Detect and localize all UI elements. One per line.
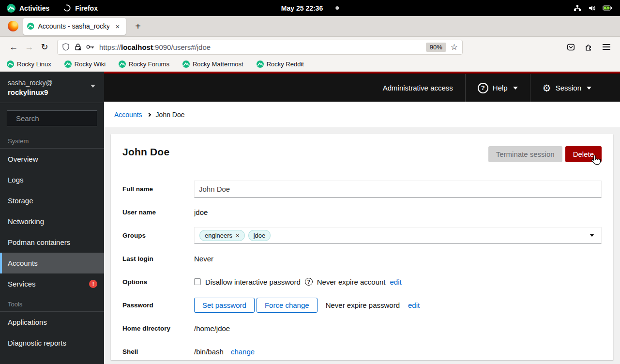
disallow-password-checkbox[interactable] [194,278,201,285]
bookmarks-bar: Rocky Linux Rocky Wiki Rocky Forums Rock… [0,57,620,72]
bookmark-rocky-mattermost[interactable]: Rocky Mattermost [182,61,243,68]
never-expire-account-text: Never expire account [317,278,386,286]
nav-section-tools: Tools [8,301,96,308]
chevron-down-icon [91,85,95,88]
alert-badge-icon: ! [89,280,97,288]
chevron-down-icon[interactable] [590,234,594,237]
password-label: Password [122,302,194,309]
full-name-input[interactable] [194,181,602,197]
forward-button[interactable]: → [21,39,37,55]
full-name-label: Full name [122,185,194,193]
cockpit-sidebar: sasha_rocky@ rockylinux9 System Overview… [0,72,104,364]
groups-select[interactable]: engineers × jdoe [194,227,602,243]
user-name-label: User name [122,209,194,216]
help-question-icon[interactable]: ? [305,278,313,286]
browser-tab[interactable]: Accounts - sasha_rocky@ × [23,18,126,35]
firefox-view-icon[interactable] [8,21,18,31]
remove-chip-icon[interactable]: × [236,232,240,239]
disallow-password-label: Disallow interactive password [205,278,301,286]
account-detail-card: John Doe Terminate session Delete Full n… [111,134,613,360]
search-input[interactable] [16,114,104,122]
host-switcher[interactable]: sasha_rocky@ rockylinux9 [0,72,104,103]
breadcrumb-accounts-link[interactable]: Accounts [114,111,142,119]
breadcrumb-current: John Doe [156,111,185,119]
set-password-button[interactable]: Set password [194,298,255,313]
clock[interactable]: May 25 22:36 [281,4,323,12]
nav-section-system: System [8,137,96,145]
bookmark-star-icon[interactable]: ☆ [451,42,458,52]
activities-button[interactable]: Activities [7,4,49,13]
home-directory-value: /home/jdoe [194,324,602,333]
page-title: John Doe [122,146,169,158]
menu-hamburger-icon[interactable] [599,39,614,55]
back-button[interactable]: ← [6,39,21,55]
groups-label: Groups [122,232,194,239]
help-question-icon: ? [478,83,488,93]
sidebar-item-accounts[interactable]: Accounts [0,253,104,273]
chevron-right-icon [147,112,151,116]
group-chip-jdoe: jdoe [248,230,271,241]
reload-button[interactable]: ↻ [37,39,52,55]
lock-warning-icon[interactable] [74,43,82,51]
volume-icon [588,4,596,12]
new-tab-button[interactable]: + [131,19,145,33]
sidebar-item-storage[interactable]: Storage [0,190,104,211]
tab-close-icon[interactable]: × [113,21,122,31]
gear-icon: ⚙ [543,83,551,93]
sidebar-search[interactable] [7,110,97,126]
user-name-value: jdoe [194,208,602,216]
shell-change-link[interactable]: change [231,348,255,356]
browser-toolbar: ← → ↻ https://localhost:9090/users#/jdoe… [0,37,620,57]
terminate-session-button[interactable]: Terminate session [488,146,562,162]
zoom-level-badge[interactable]: 90% [426,43,446,52]
sidebar-item-applications[interactable]: Applications [0,312,104,333]
home-directory-label: Home directory [122,325,194,332]
firefox-mono-icon [63,4,71,12]
admin-access-button[interactable]: Administrative access [371,74,465,102]
bookmark-favicon-icon [119,61,126,68]
bookmark-favicon-icon [64,61,72,68]
sidebar-item-networking[interactable]: Networking [0,211,104,232]
extensions-puzzle-icon[interactable] [581,39,596,55]
battery-icon [603,5,612,11]
sidebar-item-podman-containers[interactable]: Podman containers [0,232,104,253]
shell-label: Shell [122,348,194,355]
bookmark-rocky-forums[interactable]: Rocky Forums [119,61,169,68]
focused-app-menu[interactable]: Firefox [63,4,98,12]
bookmark-favicon-icon [182,61,190,68]
pocket-icon[interactable] [563,39,578,55]
group-chip-engineers: engineers × [199,230,245,241]
browser-tab-bar: Accounts - sasha_rocky@ × + [0,16,620,37]
bookmark-rocky-linux[interactable]: Rocky Linux [7,61,51,68]
gnome-top-bar: Activities Firefox May 25 22:36 [0,0,620,16]
shell-value: /bin/bash [194,348,224,356]
screen: Activities Firefox May 25 22:36 Accounts… [0,0,620,364]
never-expire-password-text: Never expire password [326,301,400,309]
sidebar-item-services[interactable]: Services ! [0,273,104,294]
url-text[interactable]: https://localhost:9090/users#/jdoe [99,43,422,51]
network-icon [574,4,581,12]
options-label: Options [122,278,194,286]
account-expire-edit-link[interactable]: edit [390,278,402,286]
system-tray[interactable] [574,4,620,12]
shield-icon[interactable] [62,43,70,51]
bookmark-favicon-icon [7,61,14,68]
sidebar-item-diagnostic-reports[interactable]: Diagnostic reports [0,333,104,353]
session-menu[interactable]: ⚙ Session [530,74,604,102]
help-menu[interactable]: ? Help [465,74,530,102]
force-change-button[interactable]: Force change [257,298,318,313]
password-expire-edit-link[interactable]: edit [408,301,420,309]
delete-button[interactable]: Delete [565,146,602,162]
activities-label: Activities [19,4,49,12]
address-bar[interactable]: https://localhost:9090/users#/jdoe 90% ☆ [57,40,463,55]
bookmark-rocky-reddit[interactable]: Rocky Reddit [257,61,304,68]
host-name: rockylinux9 [8,88,96,96]
bookmark-rocky-wiki[interactable]: Rocky Wiki [64,61,106,68]
key-icon[interactable] [86,44,95,50]
chevron-down-icon [513,87,518,90]
chevron-down-icon [587,87,591,90]
breadcrumb: Accounts John Doe [104,102,620,127]
sidebar-item-logs[interactable]: Logs [0,169,104,190]
sidebar-item-overview[interactable]: Overview [0,149,104,169]
bookmark-favicon-icon [257,61,264,68]
